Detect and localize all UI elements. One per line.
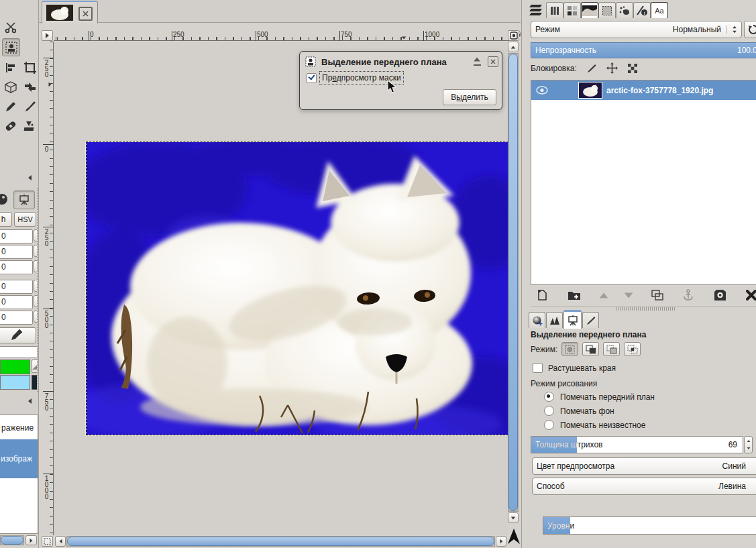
reset-mode-button[interactable] bbox=[744, 21, 756, 38]
gradient-button[interactable] bbox=[32, 360, 38, 373]
hsv-tab-button[interactable]: HSV bbox=[14, 212, 36, 227]
lock-alpha-icon[interactable] bbox=[627, 63, 638, 74]
scroll-down-button[interactable] bbox=[508, 512, 519, 523]
horizontal-ruler[interactable]: 0 250 500 750 1000 1250 bbox=[54, 30, 508, 41]
vertical-ruler[interactable]: 250 0 250 500 750 1000 bbox=[42, 42, 54, 535]
tab-brushes[interactable] bbox=[529, 312, 545, 328]
color-value-stepper[interactable] bbox=[34, 229, 38, 241]
selection-mode-subtract-button[interactable] bbox=[603, 342, 620, 356]
paintbrush-tool-button[interactable] bbox=[21, 98, 38, 115]
navigation-preview-button[interactable] bbox=[507, 526, 521, 547]
zoom-follow-window-button[interactable] bbox=[508, 30, 519, 41]
image-menu-button[interactable] bbox=[42, 30, 53, 41]
tab-tool-options[interactable] bbox=[563, 310, 582, 329]
tab-colormap[interactable] bbox=[563, 2, 581, 18]
color-value-stepper[interactable] bbox=[34, 311, 38, 323]
color-value-input[interactable]: 0 bbox=[0, 295, 33, 309]
raise-layer-button[interactable] bbox=[599, 292, 608, 298]
anchor-button[interactable] bbox=[683, 289, 694, 301]
tab-undo-history[interactable] bbox=[616, 2, 633, 18]
lock-move-icon[interactable] bbox=[606, 62, 618, 74]
list-scroll-right-button[interactable] bbox=[25, 535, 37, 545]
color-value-stepper[interactable] bbox=[34, 280, 38, 292]
color-easel-tab-button[interactable] bbox=[13, 190, 35, 209]
duplicate-layer-button[interactable] bbox=[651, 290, 663, 300]
engine-combo[interactable]: Способ Левина bbox=[532, 478, 756, 495]
color-value-input[interactable]: 0 bbox=[0, 245, 33, 259]
quick-mask-toggle-button[interactable] bbox=[42, 536, 53, 547]
color-value-stepper[interactable] bbox=[34, 245, 38, 257]
scroll-right-button[interactable] bbox=[496, 536, 506, 547]
color-value-input[interactable]: 0 bbox=[0, 260, 33, 274]
new-layer-button[interactable] bbox=[536, 289, 548, 301]
tab-selection-editor[interactable] bbox=[598, 2, 616, 18]
flip-tool-button[interactable] bbox=[21, 78, 38, 95]
canvas-image[interactable] bbox=[86, 142, 508, 435]
align-icon bbox=[4, 61, 17, 74]
add-mask-button[interactable] bbox=[714, 290, 726, 301]
collapse-lower-dock-button[interactable] bbox=[25, 396, 34, 406]
dock-splitter-handle[interactable] bbox=[616, 307, 676, 311]
feather-edges-checkbox[interactable] bbox=[533, 363, 543, 373]
canvas-area[interactable] bbox=[54, 42, 508, 535]
pencil-tool-button[interactable] bbox=[2, 98, 19, 115]
tab-histogram-small[interactable] bbox=[546, 312, 563, 328]
scroll-left-button[interactable] bbox=[55, 536, 66, 547]
color-value-input[interactable]: 0 bbox=[0, 229, 33, 243]
3d-transform-tool-button[interactable] bbox=[2, 78, 19, 95]
color-value-stepper[interactable] bbox=[34, 295, 38, 307]
crop-tool-button[interactable] bbox=[21, 59, 38, 76]
mask-preview-checkbox[interactable] bbox=[307, 73, 317, 83]
ink-tool-button[interactable] bbox=[21, 117, 38, 134]
levels-slider[interactable]: Уровни Уровни bbox=[543, 516, 756, 535]
mark-unknown-radio[interactable] bbox=[544, 420, 554, 430]
list-item-selected[interactable]: изображ bbox=[0, 439, 38, 478]
tab-fonts[interactable]: Aa bbox=[651, 2, 668, 18]
fg-color-swatch[interactable] bbox=[0, 360, 30, 374]
tab-pointer[interactable]: i bbox=[633, 2, 651, 18]
vertical-scrollbar[interactable] bbox=[508, 53, 519, 512]
lock-paint-icon[interactable] bbox=[586, 63, 597, 74]
layer-mode-combo[interactable]: Режим Нормальный bbox=[531, 21, 742, 38]
color-value-input[interactable]: 0 bbox=[0, 280, 33, 294]
visibility-eye-icon[interactable] bbox=[536, 86, 548, 95]
foreground-select-tool-button[interactable] bbox=[2, 38, 20, 56]
scissors-select-tool-button[interactable] bbox=[2, 19, 19, 36]
detach-dialog-button[interactable] bbox=[473, 57, 482, 66]
color-value-stepper[interactable] bbox=[34, 260, 38, 272]
dark-color-swatch[interactable] bbox=[32, 375, 38, 390]
horizontal-scrollbar[interactable] bbox=[66, 536, 495, 547]
selection-mode-intersect-button[interactable] bbox=[624, 342, 641, 356]
tab-close-button[interactable] bbox=[78, 7, 93, 21]
tab-paint-dynamics[interactable] bbox=[582, 312, 599, 328]
tab-channels[interactable] bbox=[546, 2, 563, 18]
delete-layer-button[interactable] bbox=[746, 290, 756, 300]
layer-row[interactable]: arctic-fox-3757778_1920.jpg bbox=[531, 80, 756, 100]
tab-histogram[interactable] bbox=[581, 2, 598, 18]
select-button[interactable]: Выделить bbox=[443, 89, 496, 105]
selection-mode-add-button[interactable] bbox=[582, 342, 599, 356]
scroll-up-button[interactable] bbox=[508, 42, 519, 52]
mark-background-radio[interactable] bbox=[544, 406, 554, 416]
histogram-icon bbox=[549, 316, 560, 325]
mark-foreground-radio[interactable] bbox=[544, 392, 554, 402]
collapse-left-dock-button[interactable] bbox=[25, 173, 34, 182]
color-picker-button[interactable] bbox=[0, 327, 36, 343]
new-group-button[interactable] bbox=[568, 289, 581, 301]
list-item[interactable]: ражение bbox=[1, 423, 34, 433]
image-tab[interactable] bbox=[42, 1, 98, 23]
lower-layer-button[interactable] bbox=[625, 292, 633, 298]
preview-color-combo[interactable]: Цвет предпросмотра Синий bbox=[532, 457, 756, 475]
selection-mode-replace-button[interactable] bbox=[561, 342, 578, 356]
ch-tab-button[interactable]: h bbox=[0, 212, 12, 227]
bg-color-swatch[interactable] bbox=[0, 375, 30, 390]
stroke-width-slider[interactable]: Толщина штрихов Толщина штрихов 69 bbox=[531, 436, 743, 453]
heal-tool-button[interactable] bbox=[2, 117, 19, 134]
foreground-select-dialog[interactable]: Выделение переднего плана Предпросмотр м… bbox=[299, 51, 502, 110]
color-value-input[interactable]: 0 bbox=[0, 311, 33, 325]
opacity-slider[interactable]: Непрозрачность 100.0 bbox=[531, 42, 756, 58]
tab-layers[interactable] bbox=[527, 1, 545, 19]
align-tool-button[interactable] bbox=[2, 59, 19, 76]
stroke-width-stepper[interactable] bbox=[744, 436, 753, 453]
dialog-close-button[interactable] bbox=[488, 56, 498, 67]
